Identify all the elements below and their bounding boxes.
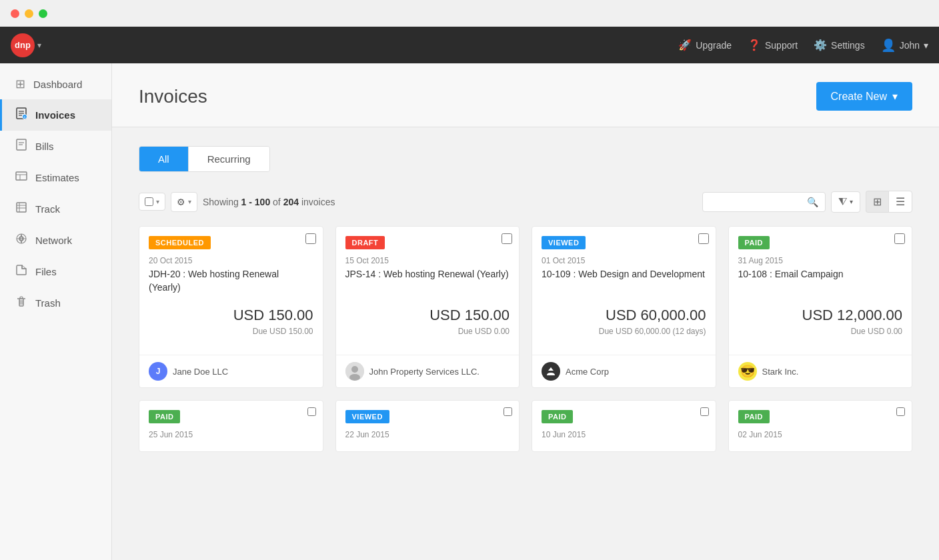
card-date-1: 20 Oct 2015: [149, 256, 313, 265]
card-body-3: 01 Oct 2015 10-109 : Web Design and Deve…: [532, 249, 716, 355]
card-checkbox-5[interactable]: [307, 407, 316, 416]
card-body-7: 10 Jun 2015: [532, 423, 716, 451]
sidebar-item-track[interactable]: Track: [0, 193, 111, 225]
invoice-card-7[interactable]: PAID 10 Jun 2015: [532, 400, 716, 452]
card-checkbox-4[interactable]: [894, 233, 905, 244]
invoice-tabs: All Recurring: [139, 146, 270, 172]
bills-icon: [15, 139, 27, 154]
gear-small-icon: ⚙: [177, 197, 185, 207]
checkbox-dropdown[interactable]: ▾: [139, 193, 165, 211]
invoice-card-5[interactable]: PAID 25 Jun 2015: [139, 400, 323, 452]
card-status-8: PAID: [738, 410, 770, 423]
rocket-icon: 🚀: [678, 39, 692, 51]
user-dropdown-icon: ▾: [924, 40, 928, 51]
user-menu[interactable]: 👤 John ▾: [881, 38, 928, 53]
card-checkbox-2[interactable]: [502, 233, 512, 244]
invoice-card-6[interactable]: VIEWED 22 Jun 2015: [335, 400, 520, 452]
app-logo[interactable]: dnp: [11, 33, 35, 57]
invoices-grid-partial: PAID 25 Jun 2015 VIEWED 22 Jun 2015 PAID: [139, 400, 912, 452]
invoice-card-1[interactable]: SCHEDULED 20 Oct 2015 JDH-20 : Web hosti…: [139, 226, 323, 388]
card-amount-2: USD 150.00: [345, 307, 510, 324]
card-date-4: 31 Aug 2015: [738, 256, 903, 265]
tab-all[interactable]: All: [139, 147, 189, 171]
sidebar-item-bills[interactable]: Bills: [0, 131, 111, 162]
client-avatar-1: J: [149, 362, 167, 381]
create-new-label: Create New: [831, 91, 887, 103]
invoice-card-8[interactable]: PAID 02 Jun 2015: [728, 400, 913, 452]
card-amount-1: USD 150.00: [149, 307, 313, 324]
client-avatar-3: [542, 362, 560, 381]
top-navigation: dnp ▾ 🚀 Upgrade ❓ Support ⚙️ Settings 👤 …: [0, 27, 939, 63]
invoice-card-3[interactable]: VIEWED 01 Oct 2015 10-109 : Web Design a…: [532, 226, 716, 388]
support-label: Support: [765, 40, 798, 51]
card-desc-2: JPS-14 : Web hosting Renewal (Yearly): [345, 268, 510, 295]
gear-icon: ⚙️: [814, 39, 827, 51]
checkbox-dropdown-arrow[interactable]: ▾: [156, 198, 159, 205]
card-status-2: DRAFT: [345, 236, 385, 249]
window-close-dot[interactable]: [11, 9, 19, 18]
card-due-2: Due USD 0.00: [345, 327, 510, 336]
upgrade-label: Upgrade: [696, 40, 732, 51]
sidebar-item-label: Track: [35, 203, 60, 215]
card-status-5: PAID: [149, 410, 180, 423]
bulk-actions-arrow[interactable]: ▾: [188, 198, 191, 205]
sidebar-item-label: Bills: [35, 141, 54, 152]
sidebar-item-dashboard[interactable]: ⊞ Dashboard: [0, 69, 111, 99]
sidebar-item-network[interactable]: Network: [0, 225, 111, 256]
card-footer-2: John Property Services LLC.: [336, 355, 520, 387]
sidebar-item-label: Invoices: [35, 109, 75, 121]
estimates-icon: [15, 170, 27, 185]
card-due-3: Due USD 60,000.00 (12 days): [542, 327, 706, 336]
svg-rect-9: [16, 172, 27, 180]
bulk-actions-dropdown[interactable]: ⚙ ▾: [171, 192, 197, 212]
titlebar: [0, 0, 939, 27]
settings-button[interactable]: ⚙️ Settings: [814, 39, 865, 51]
search-input[interactable]: [710, 197, 803, 207]
client-name-3: Acme Corp: [566, 367, 609, 377]
list-view-button[interactable]: ☰: [888, 191, 912, 213]
invoices-grid: SCHEDULED 20 Oct 2015 JDH-20 : Web hosti…: [139, 226, 912, 388]
toolbar-left: ▾ ⚙ ▾ Showing 1 - 100 of 204 invoices: [139, 192, 335, 212]
card-checkbox-1[interactable]: [305, 233, 316, 244]
tab-recurring[interactable]: Recurring: [189, 147, 269, 171]
invoice-card-4[interactable]: PAID 31 Aug 2015 10-108 : Email Campaign…: [728, 226, 913, 388]
search-icon[interactable]: 🔍: [807, 197, 818, 207]
window-minimize-dot[interactable]: [25, 9, 33, 18]
card-checkbox-7[interactable]: [700, 407, 709, 416]
card-checkbox-3[interactable]: [698, 233, 709, 244]
card-body-6: 22 Jun 2015: [336, 423, 520, 451]
card-date-7: 10 Jun 2015: [542, 430, 706, 439]
window-maximize-dot[interactable]: [39, 9, 47, 18]
client-avatar-4: 😎: [738, 362, 757, 381]
card-checkbox-8[interactable]: [896, 407, 905, 416]
content-area: All Recurring ▾ ⚙ ▾ Showing 1 - 100 of 2…: [112, 127, 939, 471]
sidebar-item-invoices[interactable]: + Invoices: [0, 99, 111, 131]
sidebar-item-trash[interactable]: Trash: [0, 287, 111, 319]
logo-dropdown-icon[interactable]: ▾: [37, 41, 41, 50]
sidebar-item-label: Files: [35, 266, 57, 277]
svg-point-26: [545, 365, 557, 377]
upgrade-button[interactable]: 🚀 Upgrade: [678, 39, 732, 51]
card-desc-1: JDH-20 : Web hosting Renewal (Yearly): [149, 268, 313, 295]
card-checkbox-6[interactable]: [504, 407, 512, 416]
sidebar-item-estimates[interactable]: Estimates: [0, 162, 111, 193]
card-body-8: 02 Jun 2015: [729, 423, 912, 451]
grid-view-button[interactable]: ⊞: [866, 191, 888, 213]
support-button[interactable]: ❓ Support: [748, 39, 798, 51]
client-name-2: John Property Services LLC.: [369, 367, 480, 377]
question-icon: ❓: [748, 39, 761, 51]
sidebar-item-files[interactable]: Files: [0, 256, 111, 287]
client-name-4: Stark Inc.: [762, 367, 799, 377]
create-new-button[interactable]: Create New ▾: [816, 82, 912, 111]
client-avatar-2: [345, 362, 364, 381]
client-name-1: Jane Doe LLC: [173, 367, 228, 377]
card-desc-3: 10-109 : Web Design and Development: [542, 268, 706, 295]
card-desc-4: 10-108 : Email Campaign: [738, 268, 903, 295]
sidebar-item-label: Estimates: [35, 172, 79, 183]
showing-info: Showing 1 - 100 of 204 invoices: [203, 197, 335, 207]
dashboard-icon: ⊞: [15, 77, 25, 91]
invoice-card-2[interactable]: DRAFT 15 Oct 2015 JPS-14 : Web hosting R…: [335, 226, 520, 388]
filter-button[interactable]: ⧨ ▾: [831, 191, 860, 213]
select-all-checkbox[interactable]: [145, 197, 153, 206]
filter-dropdown-icon: ▾: [850, 198, 853, 205]
